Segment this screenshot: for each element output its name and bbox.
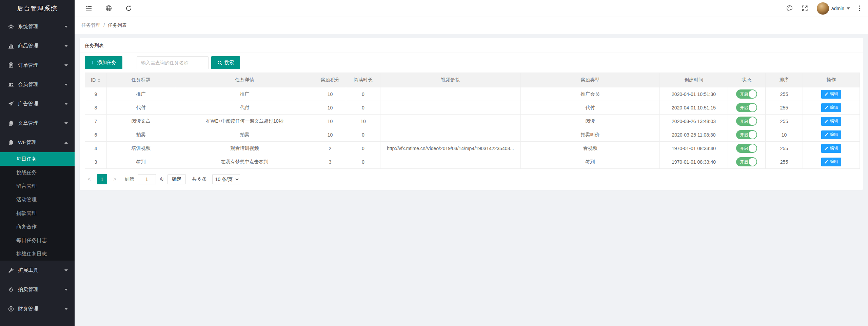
sidebar-item-activities[interactable]: 活动管理 bbox=[0, 193, 75, 206]
cell-duration: 0 bbox=[346, 155, 380, 169]
document-icon bbox=[8, 120, 14, 126]
users-icon bbox=[8, 82, 14, 87]
cell-id: 3 bbox=[85, 155, 107, 169]
sidebar-item-finance[interactable]: 财务管理 bbox=[0, 299, 75, 319]
col-id[interactable]: ID bbox=[85, 73, 107, 87]
edit-button[interactable]: 编辑 bbox=[821, 158, 841, 166]
chevron-down-icon bbox=[64, 289, 68, 291]
edit-button[interactable]: 编辑 bbox=[821, 117, 841, 126]
globe-icon[interactable] bbox=[105, 5, 112, 12]
cell-actions: 编辑 bbox=[803, 115, 860, 128]
fire-icon bbox=[8, 287, 14, 292]
col-type: 奖励类型 bbox=[521, 73, 660, 87]
cell-id: 4 bbox=[85, 142, 107, 155]
prev-page-button[interactable]: < bbox=[85, 174, 94, 184]
table-row: 7阅读文章在WE+中阅读任何一遍文章超过10秒1010阅读2020-03-26 … bbox=[85, 115, 860, 128]
pencil-icon bbox=[824, 92, 828, 96]
chevron-down-icon bbox=[847, 7, 850, 9]
sidebar-item-daily-task-log[interactable]: 每日任务日志 bbox=[0, 233, 75, 247]
edit-button[interactable]: 编辑 bbox=[821, 144, 841, 153]
refresh-icon[interactable] bbox=[125, 5, 132, 12]
cell-type: 拍卖叫价 bbox=[521, 128, 660, 142]
cell-status: 开启 bbox=[728, 87, 766, 101]
status-toggle[interactable]: 开启 bbox=[736, 117, 757, 126]
search-button[interactable]: 搜索 bbox=[211, 56, 240, 69]
sidebar-item-ads[interactable]: 广告管理 bbox=[0, 94, 75, 114]
sidebar-item-goods[interactable]: 商品管理 bbox=[0, 36, 75, 56]
chevron-down-icon bbox=[64, 308, 68, 310]
breadcrumb-item-parent[interactable]: 任务管理 bbox=[81, 22, 100, 28]
cell-duration: 10 bbox=[346, 115, 380, 128]
sidebar-item-auction[interactable]: 拍卖管理 bbox=[0, 280, 75, 299]
sidebar-item-tools[interactable]: 扩展工具 bbox=[0, 261, 75, 280]
cell-points: 3 bbox=[314, 155, 346, 169]
main-area: admin 任务管理 / 任务列表 任务列表 + 添加任务 bbox=[75, 0, 868, 326]
sidebar-item-label: 商品管理 bbox=[18, 43, 64, 49]
toggle-on-label: 开启 bbox=[740, 132, 748, 138]
fullscreen-icon[interactable] bbox=[802, 5, 808, 12]
more-vertical-icon[interactable] bbox=[859, 5, 861, 12]
sidebar-item-label: 拍卖管理 bbox=[18, 286, 64, 293]
edit-button[interactable]: 编辑 bbox=[821, 90, 841, 99]
goto-page-input[interactable] bbox=[138, 174, 156, 184]
bar-chart-icon bbox=[8, 43, 14, 49]
page-body: 任务列表 + 添加任务 搜索 bbox=[75, 34, 868, 326]
cell-actions: 编辑 bbox=[803, 101, 860, 115]
cell-video bbox=[380, 128, 521, 142]
toggle-knob bbox=[749, 90, 756, 98]
status-toggle[interactable]: 开启 bbox=[736, 89, 757, 99]
app-window: 后台管理系统 系统管理商品管理订单管理会员管理广告管理文章管理WE管理每日任务挑… bbox=[0, 0, 868, 326]
sidebar-item-orders[interactable]: 订单管理 bbox=[0, 56, 75, 75]
status-toggle[interactable]: 开启 bbox=[736, 144, 757, 153]
sidebar-item-messages[interactable]: 留言管理 bbox=[0, 179, 75, 193]
status-toggle[interactable]: 开启 bbox=[736, 103, 757, 112]
sidebar-item-articles[interactable]: 文章管理 bbox=[0, 114, 75, 133]
cell-title: 签到 bbox=[107, 155, 175, 169]
edit-button[interactable]: 编辑 bbox=[821, 130, 841, 139]
cell-created: 2020-04-01 10:51:30 bbox=[660, 87, 728, 101]
sidebar-item-system[interactable]: 系统管理 bbox=[0, 17, 75, 36]
sidebar-item-donations[interactable]: 捐款管理 bbox=[0, 206, 75, 220]
sidebar-item-members[interactable]: 会员管理 bbox=[0, 75, 75, 94]
edit-button[interactable]: 编辑 bbox=[821, 103, 841, 112]
search-input[interactable] bbox=[137, 56, 209, 69]
next-page-button[interactable]: > bbox=[111, 174, 119, 184]
app-title: 后台管理系统 bbox=[0, 0, 75, 17]
avatar[interactable] bbox=[817, 2, 829, 15]
cell-id: 6 bbox=[85, 128, 107, 142]
pencil-icon bbox=[824, 133, 828, 137]
yen-circle-icon bbox=[8, 306, 14, 312]
sidebar-item-challenge-task-log[interactable]: 挑战任务日志 bbox=[0, 247, 75, 261]
sidebar-item-we[interactable]: WE管理 bbox=[0, 133, 75, 152]
theme-palette-icon[interactable] bbox=[786, 5, 793, 12]
cell-actions: 编辑 bbox=[803, 155, 860, 169]
table-row: 9推广推广100推广会员2020-04-01 10:51:30开启255编辑 bbox=[85, 87, 860, 101]
sidebar-item-daily-task[interactable]: 每日任务 bbox=[0, 152, 75, 166]
sidebar-item-business-coop[interactable]: 商务合作 bbox=[0, 220, 75, 233]
add-task-label: 添加任务 bbox=[97, 60, 116, 66]
page-size-select[interactable]: 10 条/页 bbox=[212, 174, 240, 184]
table-row: 6拍卖拍卖100拍卖叫价2020-03-25 11:08:30开启10编辑 bbox=[85, 128, 860, 142]
user-menu[interactable]: admin bbox=[817, 2, 850, 15]
page-number-active[interactable]: 1 bbox=[97, 174, 107, 184]
cell-status: 开启 bbox=[728, 155, 766, 169]
toolbar: + 添加任务 搜索 bbox=[80, 53, 863, 73]
card-title: 任务列表 bbox=[80, 38, 863, 53]
status-toggle[interactable]: 开启 bbox=[736, 157, 757, 166]
collapse-menu-icon[interactable] bbox=[85, 5, 92, 12]
toggle-on-label: 开启 bbox=[740, 145, 748, 151]
breadcrumb-item-current: 任务列表 bbox=[108, 22, 127, 28]
cell-duration: 0 bbox=[346, 87, 380, 101]
sidebar-item-label: 财务管理 bbox=[18, 306, 64, 312]
add-task-button[interactable]: + 添加任务 bbox=[85, 56, 122, 69]
status-toggle[interactable]: 开启 bbox=[736, 130, 757, 139]
chevron-down-icon bbox=[64, 84, 68, 86]
sidebar-item-label: WE管理 bbox=[18, 139, 64, 146]
table-wrap: ID任务标题任务详情奖励积分阅读时长视频链接奖励类型创建时间状态排序操作 9推广… bbox=[80, 73, 863, 169]
cell-actions: 编辑 bbox=[803, 87, 860, 101]
gear-icon bbox=[8, 24, 14, 29]
goto-confirm-button[interactable]: 确定 bbox=[167, 174, 186, 184]
chevron-down-icon bbox=[64, 103, 68, 105]
sidebar-item-challenge-task[interactable]: 挑战任务 bbox=[0, 166, 75, 179]
table-row: 8代付代付100代付2020-04-01 10:51:15开启255编辑 bbox=[85, 101, 860, 115]
